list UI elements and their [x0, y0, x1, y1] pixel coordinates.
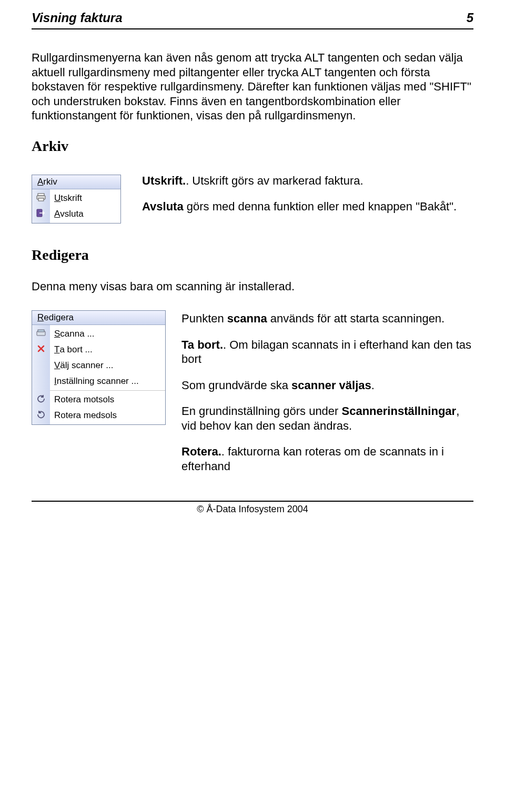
delete-icon — [32, 341, 50, 357]
redigera-desc-tabort: Ta bort.. Om bilagan scannats in i efter… — [181, 338, 473, 367]
redigera-desc-rotera: Rotera.. fakturorna kan roteras om de sc… — [181, 444, 473, 473]
svg-rect-0 — [38, 194, 44, 196]
page-title: Visning faktura — [32, 11, 122, 25]
menu-item-rotera-medsols[interactable]: Rotera medsols — [50, 408, 165, 423]
blank-icon — [32, 372, 50, 388]
menu-title-hotkey: A — [37, 177, 43, 187]
printer-icon — [32, 189, 50, 205]
page-number: 5 — [467, 11, 473, 25]
header-rule — [32, 28, 473, 29]
footer-copyright: © Å-Data Infosystem 2004 — [32, 504, 473, 515]
menu-separator — [50, 390, 165, 391]
footer-rule — [32, 501, 473, 502]
redigera-menu: Redigera Scanna ... Ta bort ... Välj sca… — [32, 310, 166, 425]
menu-title-redigera[interactable]: Redigera — [32, 311, 165, 325]
menu-title-arkiv[interactable]: Arkiv — [32, 175, 120, 189]
arkiv-menu: Arkiv Utskrift Avsluta — [32, 175, 121, 224]
scanner-icon — [32, 325, 50, 341]
menu-item-scanna[interactable]: Scanna ... — [50, 326, 165, 342]
intro-paragraph: Rullgardinsmenyerna kan även nås genom a… — [32, 50, 473, 123]
redigera-desc-scanner-valjas: Som grundvärde ska scanner väljas. — [181, 378, 473, 393]
menu-title-hotkey: R — [37, 312, 44, 322]
menu-item-avsluta[interactable]: Avsluta — [50, 206, 120, 222]
menu-item-installning-scanner[interactable]: Inställning scanner ... — [50, 373, 165, 389]
menu-item-tabort[interactable]: Ta bort ... — [50, 342, 165, 358]
rotate-ccw-icon — [32, 391, 50, 407]
menu-item-rotera-motsols[interactable]: Rotera motsols — [50, 392, 165, 408]
menu-title-rest: rkiv — [43, 177, 57, 187]
blank-icon — [32, 357, 50, 372]
svg-rect-5 — [38, 330, 44, 332]
redigera-heading: Redigera — [32, 247, 473, 263]
svg-rect-2 — [38, 198, 44, 201]
redigera-desc-scanna: Punkten scanna används för att starta sc… — [181, 311, 473, 326]
rotate-cw-icon — [32, 407, 50, 422]
menu-title-rest: edigera — [44, 312, 74, 322]
menu-item-valj-scanner[interactable]: Välj scanner ... — [50, 358, 165, 373]
exit-icon — [32, 205, 50, 221]
menu-item-utskrift[interactable]: Utskrift — [50, 190, 120, 206]
redigera-desc-scannerinstallningar: En grundinställning görs under Scannerin… — [181, 404, 473, 433]
redigera-intro: Denna meny visas bara om scanning är ins… — [32, 279, 473, 294]
arkiv-desc-avsluta: Avsluta görs med denna funktion eller me… — [142, 199, 473, 214]
arkiv-desc-utskrift: Utskrift.. Utskrift görs av markerad fak… — [142, 174, 473, 188]
arkiv-heading: Arkiv — [32, 138, 473, 155]
